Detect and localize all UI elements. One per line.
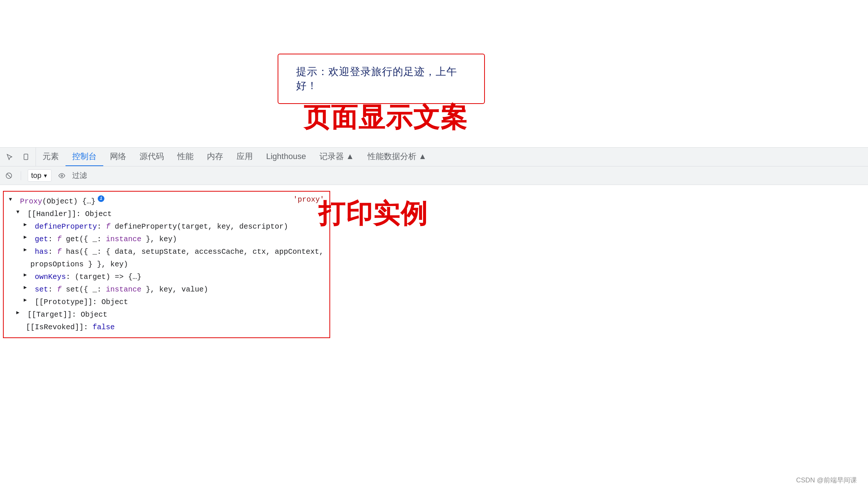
get-line: ▶ get: f get({ _: instance }, key) [9,233,324,246]
tab-application[interactable]: 应用 [230,148,259,166]
inspect-icon[interactable] [4,152,15,162]
isrevoked-line: [[IsRevoked]]: false [9,321,324,334]
notification-text: 提示：欢迎登录旅行的足迹，上午好！ [296,66,457,91]
expand-prototype-arrow[interactable]: ▶ [24,296,29,305]
prototype-line: ▶ [[Prototype]]: Object [9,296,324,309]
page-label: 页面显示文案 [304,100,468,135]
filter-label: 过滤 [72,171,87,181]
expand-ownkeys-arrow[interactable]: ▶ [24,271,29,280]
tab-perf-insights[interactable]: 性能数据分析 ▲ [361,148,433,166]
notification-box: 提示：欢迎登录旅行的足迹，上午好！ [278,54,485,104]
has-line: ▶ has: f has({ _: { data, setupState, ac… [9,246,324,271]
attribution: CSDN @前端早间课 [796,476,857,485]
chevron-down-icon: ▼ [43,173,48,179]
expand-set-arrow[interactable]: ▶ [24,283,29,292]
expand-get-arrow[interactable]: ▶ [24,233,29,242]
target-line: ▶ [[Target]]: Object [9,309,324,321]
expand-proxy-arrow[interactable]: ▼ [9,195,14,204]
tab-elements[interactable]: 元素 [36,148,66,166]
tab-recorder[interactable]: 记录器 ▲ [313,148,361,166]
console-toolbar: top ▼ 过滤 [0,166,868,185]
devtools-icons-group [0,148,36,166]
expand-has-arrow[interactable]: ▶ [24,246,29,255]
expand-handler-arrow[interactable]: ▼ [16,208,21,217]
tab-console[interactable]: 控制台 [66,148,103,166]
top-content-area: 提示：欢迎登录旅行的足迹，上午好！ 页面显示文案 [0,0,868,144]
tab-network[interactable]: 网络 [103,148,133,166]
tab-performance[interactable]: 性能 [171,148,200,166]
console-output[interactable]: 'proxy' ▼ Proxy(Object) {…} i ▼ [[Handle… [0,185,333,466]
proxy-object-box: 'proxy' ▼ Proxy(Object) {…} i ▼ [[Handle… [3,191,330,338]
tab-memory[interactable]: 内存 [200,148,230,166]
tab-lighthouse[interactable]: Lighthouse [259,148,313,166]
svg-point-4 [61,175,63,176]
eye-icon[interactable] [57,171,67,181]
devtools-tabs: 元素 控制台 网络 源代码 性能 内存 应用 Lighthouse 记录器 ▲ … [36,148,868,166]
clear-console-icon[interactable] [4,171,14,181]
print-label: 打印实例 [318,196,428,232]
define-property-line: ▶ defineProperty: f defineProperty(targe… [9,220,324,233]
tab-sources[interactable]: 源代码 [133,148,171,166]
context-value: top [31,171,41,180]
ownkeys-line: ▶ ownKeys: (target) => {…} [9,271,324,283]
handler-line: ▼ [[Handler]]: Object [9,208,324,220]
info-icon[interactable]: i [98,195,104,202]
expand-target-arrow[interactable]: ▶ [16,309,21,317]
context-selector[interactable]: top ▼ [28,169,51,182]
toolbar-divider [21,171,21,180]
devtools-toolbar: 元素 控制台 网络 源代码 性能 内存 应用 Lighthouse 记录器 ▲ … [0,147,868,166]
expand-define-property-arrow[interactable]: ▶ [24,220,29,229]
svg-line-3 [7,173,11,178]
device-toggle-icon[interactable] [21,152,31,162]
set-line: ▶ set: f set({ _: instance }, key, value… [9,283,324,296]
proxy-object-line: ▼ Proxy(Object) {…} i [9,195,324,208]
